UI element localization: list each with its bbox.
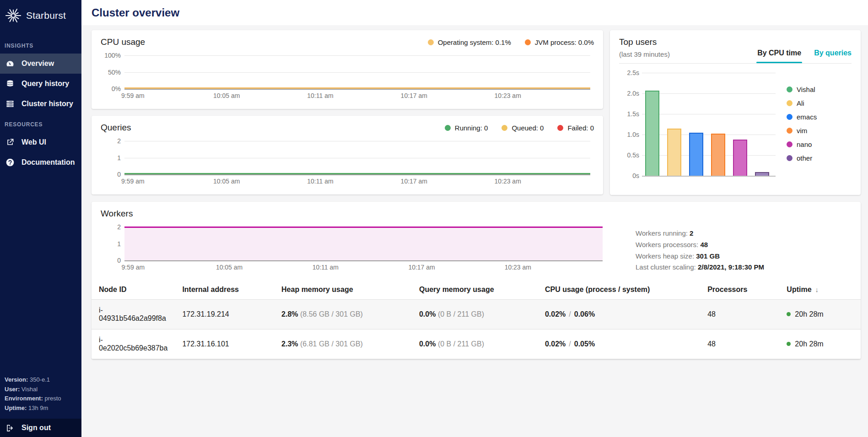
column-header-label: CPU usage (process / system) (545, 286, 650, 293)
sidebar-item-overview[interactable]: Overview (0, 54, 81, 74)
column-header-processors[interactable]: Processors (700, 280, 779, 300)
legend-dot-icon (445, 125, 451, 131)
sidebar-item-label: Documentation (22, 158, 75, 167)
sort-desc-icon: ↓ (815, 286, 819, 293)
cell-node-id: i-0e2020c5b69e387ba (92, 329, 175, 359)
chart-gridline (642, 73, 776, 73)
queries-card-title: Queries (101, 123, 131, 133)
sidebar-item-documentation[interactable]: Documentation (0, 152, 81, 173)
chart-gridline (124, 55, 590, 56)
query-pct: 0.0% (419, 310, 436, 318)
chart-area-fill (124, 228, 603, 260)
legend-dot-icon (501, 125, 507, 131)
table-row: i-04931b546a2a99f8a172.31.19.2142.8% (8.… (92, 300, 861, 329)
y-axis-label: 2.5s (619, 69, 639, 76)
cell-node-id: i-04931b546a2a99f8a (92, 300, 175, 329)
x-axis-label: 10:17 am (401, 178, 427, 185)
y-axis-label: 2 (101, 223, 121, 231)
legend-item: other (787, 154, 817, 162)
cell-uptime: 20h 28m (779, 329, 861, 359)
chart-gridline (642, 114, 776, 114)
legend-item: emacs (787, 113, 817, 121)
sidebar-item-web-ui[interactable]: Web UI (0, 132, 81, 152)
version-info-line: User: Vishal (5, 385, 77, 394)
page-title: Cluster overview (92, 6, 179, 19)
x-axis-label: 10:17 am (401, 92, 427, 99)
legend-item: JVM process: 0.0% (525, 38, 594, 46)
column-header-node-id[interactable]: Node ID (92, 280, 175, 300)
legend-label: Queued: 0 (512, 124, 544, 132)
sidebar-item-label: Cluster history (22, 100, 73, 108)
legend-dot-icon (787, 141, 793, 147)
tab-by-queries[interactable]: By queries (814, 49, 852, 63)
workers-stats: Workers running: 2Workers processors: 48… (636, 219, 764, 275)
workers-chart: 9:59 am10:05 am10:11 am10:17 am10:23 am2… (101, 224, 606, 275)
column-header-label: Uptime (787, 286, 811, 293)
x-axis-label: 10:17 am (408, 264, 435, 271)
version-info-line: Version: 350-e.1 (5, 375, 77, 385)
table-row: i-0e2020c5b69e387ba172.31.16.1012.3% (6.… (92, 329, 861, 359)
legend-label: Operating system: 0.1% (438, 38, 511, 46)
legend-dot-icon (787, 128, 793, 134)
legend-label: nano (797, 140, 812, 148)
sidebar-nav: INSIGHTSOverviewQuery historyCluster his… (0, 35, 81, 173)
chart-plot-area (642, 73, 776, 176)
workers-card: Workers 9:59 am10:05 am10:11 am10:17 am1… (92, 202, 861, 359)
worker-stat-line: Last cluster scaling: 2/8/2021, 9:18:30 … (636, 262, 764, 273)
worker-stat-line: Workers running: 2 (636, 228, 764, 239)
legend-item: vim (787, 127, 817, 135)
chart-gridline (124, 158, 590, 158)
bar-ali (667, 129, 681, 176)
chart-series-line-operating-system (124, 87, 590, 89)
y-axis-label: 2 (101, 137, 121, 145)
x-axis-label: 10:05 am (213, 92, 240, 99)
x-axis-label: 10:11 am (307, 92, 333, 99)
sidebar-item-cluster-history[interactable]: Cluster history (0, 94, 81, 114)
external-link-icon (5, 138, 15, 147)
worker-stat-line: Workers heap size: 301 GB (636, 251, 764, 262)
chart-gridline (124, 89, 590, 90)
sidebar-item-label: Overview (22, 59, 54, 68)
chart-gridline (642, 135, 776, 135)
chart-gridline (124, 141, 590, 141)
x-axis-label: 10:05 am (216, 264, 243, 271)
cpu-card-title: CPU usage (101, 37, 145, 47)
uptime-value: 20h 28m (795, 340, 823, 348)
y-axis-label: 1.0s (619, 131, 639, 138)
x-axis-label: 10:23 am (505, 264, 531, 271)
cell-heap-memory: 2.3% (6.81 GB / 301 GB) (274, 329, 412, 359)
heap-pct: 2.8% (281, 310, 298, 318)
sign-out-button[interactable]: Sign out (0, 419, 81, 437)
tab-by-cpu-time[interactable]: By CPU time (757, 49, 801, 63)
cell-query-memory: 0.0% (0 B / 211 GB) (412, 329, 538, 359)
heap-detail: (6.81 GB / 301 GB) (300, 340, 363, 348)
top-users-subtitle: (last 39 minutes) (619, 50, 670, 63)
x-axis-label: 9:59 am (121, 178, 145, 185)
column-header-cpu-usage-process-system-[interactable]: CPU usage (process / system) (538, 280, 700, 300)
cell-cpu-usage: 0.02%/0.06% (538, 300, 700, 329)
node-status-dot-icon (787, 312, 791, 316)
legend-label: Ali (797, 99, 804, 107)
y-axis-label: 100% (101, 52, 121, 59)
chart-gridline (642, 155, 776, 156)
footer-label: User: (5, 386, 22, 393)
legend-item: Ali (787, 99, 817, 107)
column-header-uptime[interactable]: Uptime↓ (779, 280, 861, 300)
y-axis-label: 0s (619, 172, 639, 179)
cpu-system-pct: 0.05% (574, 340, 595, 348)
y-axis-label: 1 (101, 154, 121, 162)
chart-gridline (642, 93, 776, 94)
chart-gridline (124, 260, 603, 261)
slash-separator: / (566, 310, 574, 318)
worker-stat-line: Workers processors: 48 (636, 239, 764, 251)
column-header-query-memory-usage[interactable]: Query memory usage (412, 280, 538, 300)
cpu-usage-chart: 9:59 am10:05 am10:11 am10:17 am10:23 am1… (101, 53, 594, 103)
column-header-label: Processors (707, 286, 747, 293)
y-axis-label: 0% (101, 85, 121, 92)
column-header-internal-address[interactable]: Internal address (175, 280, 274, 300)
legend-dot-icon (787, 86, 793, 92)
column-header-heap-memory-usage[interactable]: Heap memory usage (274, 280, 412, 300)
sidebar-item-query-history[interactable]: Query history (0, 74, 81, 94)
sidebar: Starburst INSIGHTSOverviewQuery historyC… (0, 0, 81, 437)
legend-label: JVM process: 0.0% (535, 38, 594, 46)
